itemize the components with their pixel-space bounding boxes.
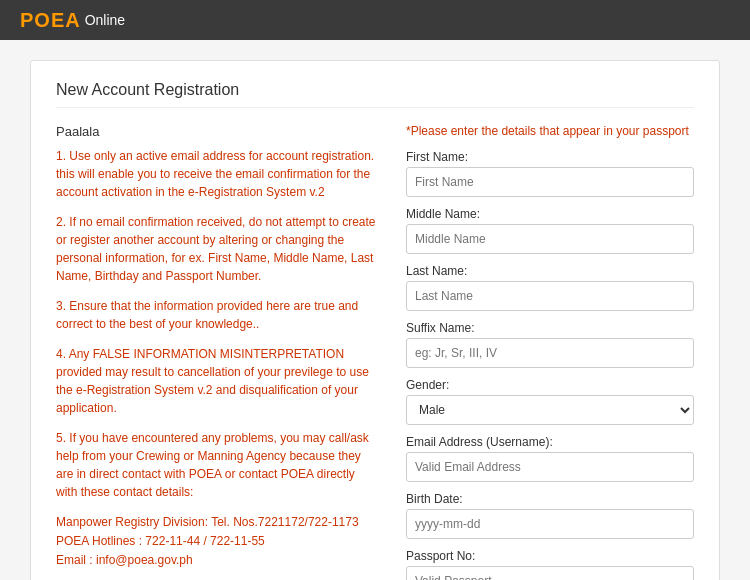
left-column: Paalala 1. Use only an active email addr… <box>56 124 376 580</box>
page-wrapper: New Account Registration Paalala 1. Use … <box>0 40 750 580</box>
card-title: New Account Registration <box>56 81 694 108</box>
last-name-input[interactable] <box>406 281 694 311</box>
gender-select[interactable]: Male Female <box>406 395 694 425</box>
paalala-num-3: 3. <box>56 299 69 313</box>
passport-no-label: Passport No: <box>406 549 694 563</box>
passport-no-group: Passport No: <box>406 549 694 580</box>
passport-note: *Please enter the details that appear in… <box>406 124 694 138</box>
two-col-layout: Paalala 1. Use only an active email addr… <box>56 124 694 580</box>
paalala-item-2: 2. If no email confirmation received, do… <box>56 213 376 285</box>
contact-line-2: POEA Hotlines : 722-11-44 / 722-11-55 <box>56 532 376 551</box>
birth-date-input[interactable] <box>406 509 694 539</box>
paalala-num-4: 4. <box>56 347 69 361</box>
suffix-name-input[interactable] <box>406 338 694 368</box>
email-input[interactable] <box>406 452 694 482</box>
suffix-name-label: Suffix Name: <box>406 321 694 335</box>
birth-date-label: Birth Date: <box>406 492 694 506</box>
last-name-label: Last Name: <box>406 264 694 278</box>
contact-line-1: Manpower Registry Division: Tel. Nos.722… <box>56 513 376 532</box>
gender-label: Gender: <box>406 378 694 392</box>
paalala-title: Paalala <box>56 124 376 139</box>
last-name-group: Last Name: <box>406 264 694 311</box>
paalala-num-1: 1. <box>56 149 69 163</box>
paalala-item-5: 5. If you have encountered any problems,… <box>56 429 376 501</box>
suffix-name-group: Suffix Name: <box>406 321 694 368</box>
email-label: Email Address (Username): <box>406 435 694 449</box>
paalala-item-1: 1. Use only an active email address for … <box>56 147 376 201</box>
first-name-label: First Name: <box>406 150 694 164</box>
first-name-group: First Name: <box>406 150 694 197</box>
logo-poea: POEA <box>20 9 81 32</box>
right-column: *Please enter the details that appear in… <box>406 124 694 580</box>
email-group: Email Address (Username): <box>406 435 694 482</box>
top-bar: POEA Online <box>0 0 750 40</box>
contact-info: Manpower Registry Division: Tel. Nos.722… <box>56 513 376 571</box>
passport-no-input[interactable] <box>406 566 694 580</box>
registration-card: New Account Registration Paalala 1. Use … <box>30 60 720 580</box>
birth-date-group: Birth Date: <box>406 492 694 539</box>
paalala-num-2: 2. <box>56 215 69 229</box>
logo-online: Online <box>85 12 125 28</box>
middle-name-label: Middle Name: <box>406 207 694 221</box>
middle-name-input[interactable] <box>406 224 694 254</box>
paalala-item-3: 3. Ensure that the information provided … <box>56 297 376 333</box>
paalala-num-5: 5. <box>56 431 69 445</box>
contact-line-3: Email : info@poea.gov.ph <box>56 551 376 570</box>
middle-name-group: Middle Name: <box>406 207 694 254</box>
gender-group: Gender: Male Female <box>406 378 694 425</box>
paalala-item-4: 4. Any FALSE INFORMATION MISINTERPRETATI… <box>56 345 376 417</box>
first-name-input[interactable] <box>406 167 694 197</box>
